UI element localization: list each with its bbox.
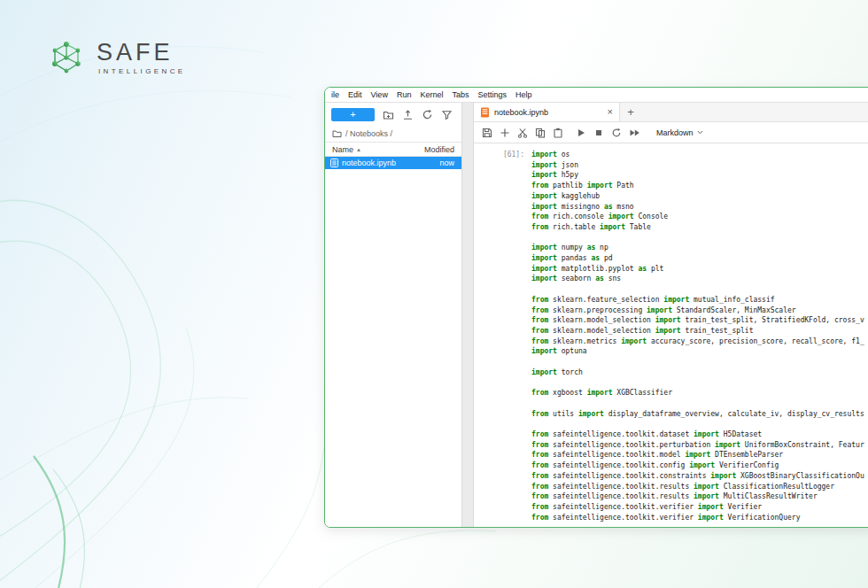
column-name[interactable]: Name bbox=[332, 145, 353, 154]
panel-divider[interactable] bbox=[461, 103, 474, 527]
notebook-area: notebook.ipynb × + bbox=[474, 103, 868, 527]
menu-item-tabs[interactable]: Tabs bbox=[447, 90, 473, 99]
new-launcher-button[interactable]: + bbox=[331, 108, 375, 121]
add-cell-icon[interactable] bbox=[500, 128, 510, 138]
filter-icon[interactable] bbox=[441, 109, 453, 120]
new-tab-button[interactable]: + bbox=[620, 103, 641, 121]
menu-item-settings[interactable]: Settings bbox=[473, 90, 511, 99]
file-row[interactable]: notebook.ipynbnow bbox=[325, 157, 461, 169]
restart-kernel-icon[interactable] bbox=[611, 128, 622, 138]
folder-icon bbox=[332, 129, 342, 138]
menu-item-view[interactable]: View bbox=[367, 90, 392, 99]
file-modified: now bbox=[439, 159, 454, 167]
cell-type-value: Markdown bbox=[656, 128, 694, 137]
execution-count: [61]: bbox=[474, 150, 531, 522]
code-editor[interactable]: import os import json import h5py from p… bbox=[531, 150, 864, 522]
run-all-icon[interactable] bbox=[629, 128, 640, 138]
chevron-down-icon bbox=[697, 130, 703, 135]
file-name: notebook.ipynb bbox=[342, 159, 396, 167]
menu-item-edit[interactable]: Edit bbox=[344, 90, 367, 99]
refresh-icon[interactable] bbox=[422, 109, 433, 120]
tab-notebook[interactable]: notebook.ipynb × bbox=[474, 103, 620, 121]
tab-close-icon[interactable]: × bbox=[608, 107, 613, 117]
stop-icon[interactable] bbox=[593, 128, 604, 138]
save-icon[interactable] bbox=[482, 128, 492, 138]
code-cell: [61]: import os import json import h5py … bbox=[474, 150, 868, 522]
new-folder-icon[interactable] bbox=[383, 109, 394, 120]
notebook-tab-icon bbox=[480, 107, 490, 118]
copy-icon[interactable] bbox=[535, 128, 546, 138]
menu-item-run[interactable]: Run bbox=[392, 90, 416, 99]
file-browser-toolbar: + bbox=[325, 103, 461, 126]
menu-item-kernel[interactable]: Kernel bbox=[415, 90, 447, 99]
menu-item-ile[interactable]: ile bbox=[327, 90, 344, 99]
menu-item-help[interactable]: Help bbox=[511, 90, 537, 99]
column-modified[interactable]: Modified bbox=[424, 145, 454, 154]
notebook-toolbar: Markdown bbox=[474, 122, 868, 143]
breadcrumb[interactable]: / Notebooks / bbox=[325, 126, 461, 142]
brand-name: SAFE bbox=[97, 41, 186, 65]
file-list-header: Name ▲ Modified bbox=[325, 142, 461, 157]
tab-label: notebook.ipynb bbox=[494, 108, 548, 117]
file-browser-panel: + bbox=[325, 103, 461, 527]
brand-logo: SAFE INTELLIGENCE bbox=[46, 37, 186, 78]
tab-bar: notebook.ipynb × + bbox=[474, 103, 868, 122]
run-icon[interactable] bbox=[576, 128, 586, 138]
file-list: notebook.ipynbnow bbox=[325, 157, 461, 527]
breadcrumb-path: / Notebooks / bbox=[345, 129, 392, 138]
paste-icon[interactable] bbox=[553, 128, 563, 138]
main-area: + bbox=[325, 103, 868, 527]
sort-caret-icon[interactable]: ▲ bbox=[356, 147, 361, 152]
brand-icon bbox=[46, 37, 87, 78]
cell-type-dropdown[interactable]: Markdown bbox=[656, 128, 703, 137]
cut-icon[interactable] bbox=[517, 128, 528, 138]
brand-subtitle: INTELLIGENCE bbox=[98, 67, 186, 75]
menu-bar: ileEditViewRunKernelTabsSettingsHelp bbox=[325, 88, 868, 103]
jupyterlab-window: ileEditViewRunKernelTabsSettingsHelp + bbox=[324, 87, 868, 528]
notebook-content: [61]: import os import json import h5py … bbox=[474, 143, 868, 527]
upload-icon[interactable] bbox=[402, 109, 414, 120]
notebook-file-icon bbox=[330, 159, 338, 167]
